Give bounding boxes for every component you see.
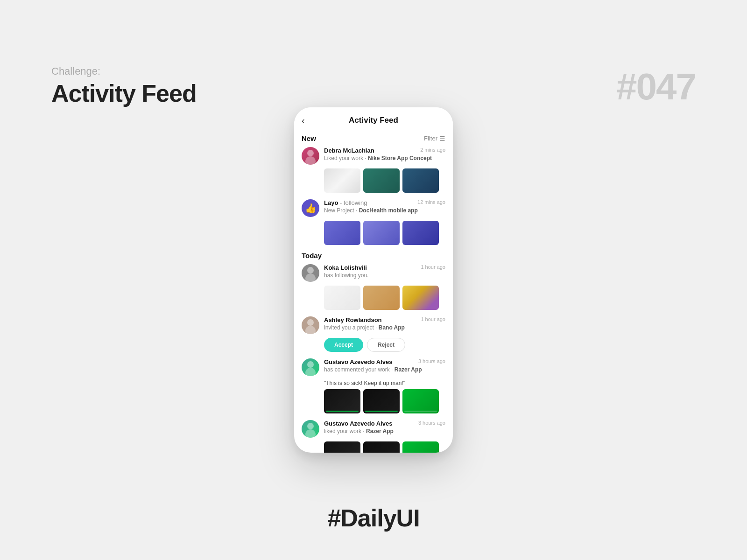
activity-name-row: Layo - following 12 mins ago xyxy=(324,199,445,206)
challenge-number: #047 xyxy=(616,65,696,108)
thumbnail[interactable] xyxy=(363,441,400,453)
thumbnail[interactable] xyxy=(363,389,400,413)
activity-info-debra: Debra McLachlan 2 mins ago Liked your wo… xyxy=(324,147,445,161)
activity-item-gustavo-comment: Gustavo Azevedo Alves 3 hours ago has co… xyxy=(302,358,445,413)
activity-row: Gustavo Azevedo Alves 3 hours ago has co… xyxy=(302,358,445,376)
activity-item-ashley: Ashley Rowlandson 1 hour ago invited you… xyxy=(302,316,445,352)
section-today-header: Today xyxy=(302,252,445,259)
thumb-row-gustavo2 xyxy=(324,441,445,453)
thumbnail[interactable] xyxy=(363,221,400,245)
section-new-title: New xyxy=(302,134,316,142)
thumb-row-debra xyxy=(324,168,445,193)
thumbnail[interactable] xyxy=(402,441,439,453)
thumb-content xyxy=(363,168,400,193)
thumb-row-gustavo1 xyxy=(324,389,445,413)
activity-time-gustavo1: 3 hours ago xyxy=(418,358,445,364)
thumb-content xyxy=(324,168,360,193)
activity-info-layo: Layo - following 12 mins ago New Project… xyxy=(324,199,445,214)
thumbnail[interactable] xyxy=(324,389,360,413)
thumbnail[interactable] xyxy=(324,441,360,453)
activity-time-gustavo2: 3 hours ago xyxy=(418,420,445,426)
activity-row: Ashley Rowlandson 1 hour ago invited you… xyxy=(302,316,445,334)
phone-mockup: ‹ Activity Feed New Filter ☰ Debra McLac… xyxy=(294,107,453,453)
section-today-title: Today xyxy=(302,252,322,259)
section-new-header: New Filter ☰ xyxy=(302,134,445,142)
activity-name-row: Gustavo Azevedo Alves 3 hours ago xyxy=(324,420,445,427)
phone-header: ‹ Activity Feed xyxy=(294,107,453,131)
activity-item-debra: Debra McLachlan 2 mins ago Liked your wo… xyxy=(302,147,445,193)
activity-time-debra: 2 mins ago xyxy=(420,147,445,153)
thumbnail[interactable] xyxy=(402,389,439,413)
activity-item-gustavo-like: Gustavo Azevedo Alves 3 hours ago liked … xyxy=(302,420,445,453)
avatar-gustavo2 xyxy=(302,420,319,438)
activity-item-layo: 👍 Layo - following 12 mins ago New Proje… xyxy=(302,199,445,245)
thumbnail[interactable] xyxy=(324,168,360,193)
user-name-gustavo2: Gustavo Azevedo Alves xyxy=(324,420,392,427)
feed-content[interactable]: New Filter ☰ Debra McLachlan 2 mins ago … xyxy=(294,131,453,453)
activity-desc-layo: New Project · DocHealth mobile app xyxy=(324,207,445,214)
activity-row: Gustavo Azevedo Alves 3 hours ago liked … xyxy=(302,420,445,438)
avatar-ashley xyxy=(302,316,319,334)
activity-name-row: Gustavo Azevedo Alves 3 hours ago xyxy=(324,358,445,365)
activity-desc-debra: Liked your work · Nike Store App Concept xyxy=(324,155,445,161)
activity-info-ashley: Ashley Rowlandson 1 hour ago invited you… xyxy=(324,316,445,331)
avatar-koka xyxy=(302,264,319,282)
filter-button[interactable]: Filter ☰ xyxy=(424,135,445,142)
avatar-layo: 👍 xyxy=(302,199,319,217)
activity-info-gustavo2: Gustavo Azevedo Alves 3 hours ago liked … xyxy=(324,420,445,434)
thumbnail[interactable] xyxy=(402,286,439,310)
filter-icon: ☰ xyxy=(439,135,445,142)
thumbnail[interactable] xyxy=(363,168,400,193)
user-name-debra: Debra McLachlan xyxy=(324,147,374,154)
activity-info-gustavo1: Gustavo Azevedo Alves 3 hours ago has co… xyxy=(324,358,445,373)
activity-row: 👍 Layo - following 12 mins ago New Proje… xyxy=(302,199,445,217)
activity-name-row: Koka Lolishvili 1 hour ago xyxy=(324,264,445,271)
activity-row: Debra McLachlan 2 mins ago Liked your wo… xyxy=(302,147,445,165)
action-buttons: Accept Reject xyxy=(324,338,445,352)
thumb-row-koka xyxy=(324,286,445,310)
reject-button[interactable]: Reject xyxy=(367,338,405,352)
activity-item-koka: Koka Lolishvili 1 hour ago has following… xyxy=(302,264,445,310)
daily-ui-footer: #DailyUI xyxy=(327,504,419,532)
activity-desc-gustavo1: has commented your work · Razer App xyxy=(324,366,445,373)
activity-info-koka: Koka Lolishvili 1 hour ago has following… xyxy=(324,264,445,279)
thumbnail[interactable] xyxy=(324,221,360,245)
user-name-ashley: Ashley Rowlandson xyxy=(324,316,382,323)
layo-icon: 👍 xyxy=(305,203,317,214)
user-name-layo: Layo - following xyxy=(324,199,367,206)
activity-time-layo: 12 mins ago xyxy=(417,199,445,205)
accept-button[interactable]: Accept xyxy=(324,338,363,352)
activity-name-row: Ashley Rowlandson 1 hour ago xyxy=(324,316,445,323)
activity-time-ashley: 1 hour ago xyxy=(421,316,445,322)
user-name-koka: Koka Lolishvili xyxy=(324,264,367,271)
challenge-label: Challenge: Activity Feed xyxy=(51,65,197,107)
activity-time-koka: 1 hour ago xyxy=(421,264,445,270)
activity-desc-ashley: invited you a project · Bano App xyxy=(324,324,445,331)
comment-text: "This is so sick! Keep it up man!" xyxy=(324,380,445,386)
filter-label: Filter xyxy=(424,135,437,142)
thumbnail[interactable] xyxy=(363,286,400,310)
activity-desc-gustavo2: liked your work · Razer App xyxy=(324,428,445,434)
avatar-gustavo1 xyxy=(302,358,319,376)
user-name-gustavo1: Gustavo Azevedo Alves xyxy=(324,358,392,365)
activity-desc-koka: has following you. xyxy=(324,272,445,279)
screen-title: Activity Feed xyxy=(349,116,398,125)
back-button[interactable]: ‹ xyxy=(302,115,305,126)
challenge-prefix: Challenge: xyxy=(51,65,197,77)
thumbnail[interactable] xyxy=(324,286,360,310)
activity-name-row: Debra McLachlan 2 mins ago xyxy=(324,147,445,154)
thumb-content xyxy=(402,168,439,193)
thumbnail[interactable] xyxy=(402,221,439,245)
challenge-name: Activity Feed xyxy=(51,79,197,107)
thumbnail[interactable] xyxy=(402,168,439,193)
activity-row: Koka Lolishvili 1 hour ago has following… xyxy=(302,264,445,282)
avatar-debra xyxy=(302,147,319,165)
thumb-row-layo xyxy=(324,221,445,245)
